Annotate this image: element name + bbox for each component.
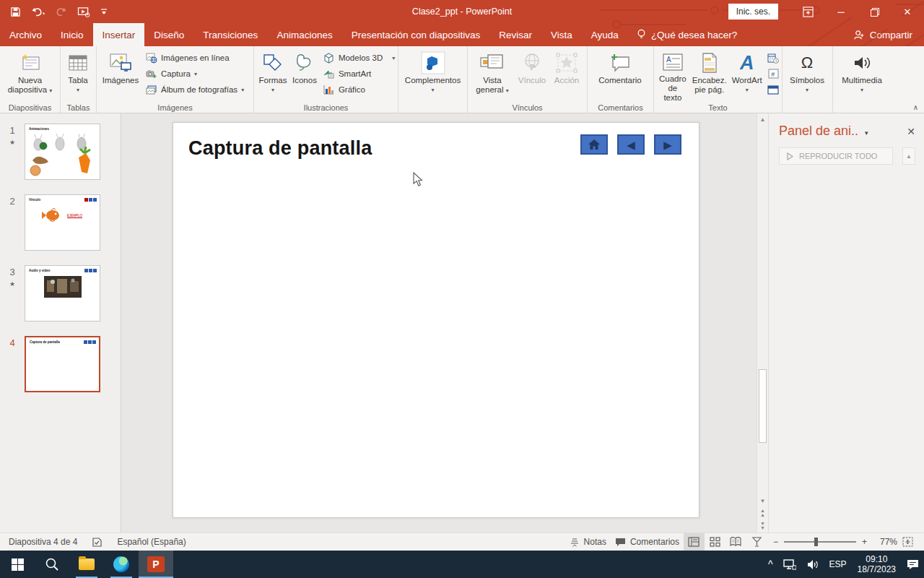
undo-button[interactable]: [31, 7, 45, 17]
clock[interactable]: 09:10 18/7/2023: [852, 551, 902, 578]
slide-2-art: [41, 207, 63, 223]
slide-number-button[interactable]: #: [764, 66, 783, 82]
zoom-out-button[interactable]: −: [773, 537, 778, 547]
scrollbar-track[interactable]: [757, 125, 768, 495]
zoom-percentage[interactable]: 77%: [873, 537, 897, 547]
table-button[interactable]: Tabla ▾: [63, 48, 93, 103]
slide-1-thumbnail[interactable]: Animaciones: [25, 124, 100, 180]
photo-album-button[interactable]: Álbum de fotografías ▾: [142, 82, 247, 98]
slide-number-icon: #: [767, 68, 780, 79]
object-button[interactable]: [764, 82, 783, 98]
taskbar-search-button[interactable]: [35, 551, 69, 578]
3d-models-button[interactable]: Modelos 3D ▾: [320, 50, 398, 66]
restore-button[interactable]: [858, 0, 891, 23]
minimize-button[interactable]: ─: [824, 0, 858, 23]
slide-2-number: 2: [9, 196, 14, 207]
search-icon: [45, 557, 59, 571]
previous-slide-button[interactable]: ▲▲: [757, 506, 769, 519]
screenshot-button[interactable]: Captura ▾: [142, 66, 247, 82]
zoom-slider-thumb[interactable]: [814, 538, 818, 546]
date-time-button[interactable]: [764, 50, 783, 66]
tab-diseno[interactable]: Diseño: [144, 23, 193, 46]
next-slide-button[interactable]: ▼▼: [757, 519, 769, 532]
tab-vista[interactable]: Vista: [541, 23, 582, 46]
media-button[interactable]: Multimedia ▾: [835, 48, 889, 103]
slide-3-thumbnail[interactable]: Audio y video: [25, 265, 100, 322]
tab-revisar[interactable]: Revisar: [489, 23, 541, 46]
addins-button[interactable]: Complementos ▾: [401, 48, 465, 103]
reading-view-button[interactable]: [725, 533, 746, 551]
close-button[interactable]: ✕: [891, 0, 924, 23]
volume-icon[interactable]: [801, 551, 824, 578]
collapse-ribbon-button[interactable]: ∧: [913, 103, 918, 111]
link-button[interactable]: Vínculo: [515, 48, 549, 103]
smartart-button[interactable]: SmartArt: [320, 66, 398, 82]
pictures-button[interactable]: Imágenes: [99, 48, 142, 103]
chart-button[interactable]: Gráfico: [320, 82, 398, 98]
share-button[interactable]: Compartir: [842, 23, 924, 46]
animation-pane-scroll-up[interactable]: ▲: [902, 147, 915, 165]
online-pictures-button[interactable]: Imágenes en línea: [142, 50, 247, 66]
notes-button[interactable]: Notas: [565, 533, 611, 551]
sign-in-button[interactable]: Inic. ses.: [728, 4, 778, 20]
zoom-overview-button[interactable]: Vista general ▾: [470, 48, 515, 103]
tab-transiciones[interactable]: Transiciones: [193, 23, 267, 46]
animation-pane-close-button[interactable]: ✕: [907, 126, 915, 137]
tell-me-search[interactable]: ¿Qué desea hacer?: [628, 23, 746, 46]
powerpoint-window: Clase2_ppt - PowerPoint Inic. ses. ─ ✕ A…: [0, 0, 924, 578]
action-center-button[interactable]: [902, 551, 924, 578]
accessibility-check-button[interactable]: [87, 533, 107, 551]
slide-4-thumbnail[interactable]: Captura de pantalla: [25, 336, 100, 392]
action-button[interactable]: Acción: [549, 48, 584, 103]
icons-button[interactable]: Iconos: [289, 48, 320, 103]
language-indicator[interactable]: ESP: [824, 551, 852, 578]
powerpoint-taskbar-button[interactable]: P: [139, 551, 173, 578]
tab-inicio[interactable]: Inicio: [51, 23, 93, 46]
scrollbar-thumb[interactable]: [759, 369, 767, 443]
tab-animaciones[interactable]: Animaciones: [267, 23, 341, 46]
comments-button[interactable]: Comentarios: [611, 533, 684, 551]
shapes-button[interactable]: Formas ▾: [256, 48, 289, 103]
new-slide-button[interactable]: Nueva diapositiva ▾: [2, 48, 58, 103]
zoom-in-button[interactable]: +: [862, 537, 867, 547]
back-nav-button[interactable]: ◀: [617, 134, 645, 155]
play-icon: [787, 152, 793, 160]
scroll-up-button[interactable]: ▲: [757, 113, 769, 125]
tab-insertar[interactable]: Insertar: [93, 23, 145, 46]
redo-button[interactable]: [56, 7, 67, 17]
header-footer-button[interactable]: Encabez. pie pág.: [689, 48, 730, 103]
tab-presentacion[interactable]: Presentación con diapositivas: [342, 23, 490, 46]
fit-to-window-button[interactable]: [897, 533, 918, 551]
normal-view-button[interactable]: [684, 533, 705, 551]
start-button[interactable]: [0, 551, 35, 578]
vertical-scrollbar[interactable]: ▲ ▼ ▲▲ ▼▼: [757, 113, 768, 532]
slide-2-thumbnail[interactable]: Vínculo EJEMPLO: [25, 194, 100, 251]
home-nav-button[interactable]: [580, 134, 608, 155]
slide-canvas[interactable]: Captura de pantalla ◀ ▶: [173, 122, 699, 518]
symbols-button[interactable]: Ω Símbolos ▾: [785, 48, 829, 103]
slide-sorter-view-button[interactable]: [705, 533, 725, 551]
show-hidden-icons-button[interactable]: ^: [763, 551, 778, 578]
ribbon-display-options-button[interactable]: [791, 0, 824, 23]
pane-dropdown-icon[interactable]: ▾: [865, 129, 868, 137]
wordart-button[interactable]: A WordArt ▾: [730, 48, 764, 103]
file-explorer-button[interactable]: [69, 551, 104, 578]
titlebar-controls: Inic. ses. ─ ✕: [728, 0, 924, 23]
scroll-down-button[interactable]: ▼: [757, 495, 769, 506]
play-all-button[interactable]: REPRODUCIR TODO: [779, 147, 893, 165]
save-button[interactable]: [10, 7, 21, 17]
customize-qat-button[interactable]: [100, 7, 108, 16]
tab-archivo[interactable]: Archivo: [0, 23, 51, 46]
forward-nav-button[interactable]: ▶: [654, 134, 681, 155]
tab-ayuda[interactable]: Ayuda: [582, 23, 628, 46]
text-box-button[interactable]: A Cuadro de texto: [656, 48, 689, 103]
start-from-beginning-button[interactable]: [77, 7, 90, 17]
ribbon: Nueva diapositiva ▾ Diapositivas Tabla ▾…: [0, 46, 924, 113]
addins-label: Complementos: [405, 76, 461, 85]
zoom-slider[interactable]: [784, 541, 856, 543]
slideshow-view-button[interactable]: [746, 533, 767, 551]
edge-button[interactable]: [104, 551, 139, 578]
network-icon[interactable]: [778, 551, 801, 578]
comment-button[interactable]: Comentario: [590, 48, 650, 103]
language-button[interactable]: Español (España): [113, 533, 190, 551]
